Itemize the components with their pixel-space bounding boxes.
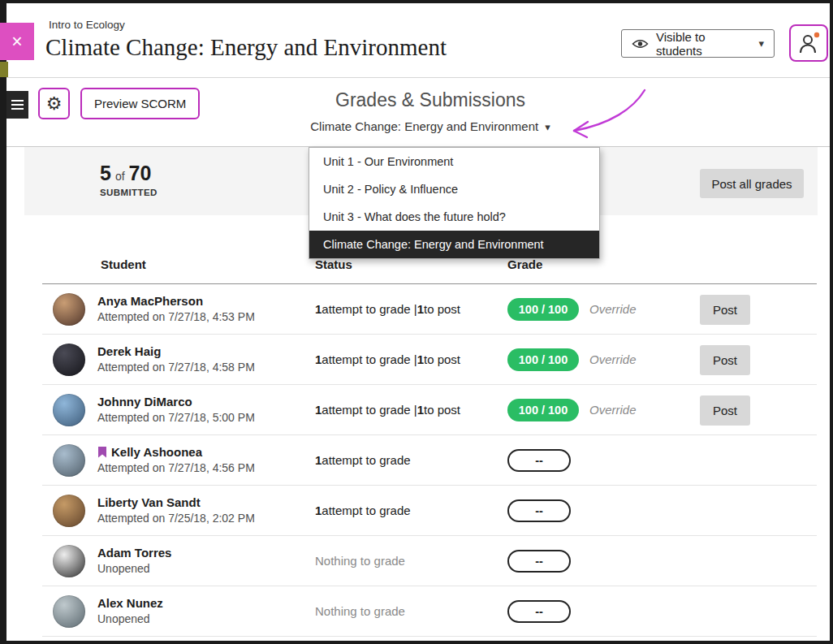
gear-icon: ⚙ bbox=[46, 95, 63, 113]
student-name-text: Anya MacPherson bbox=[97, 294, 203, 308]
dropdown-item[interactable]: Unit 3 - What does the future hold? bbox=[309, 203, 599, 231]
table-row[interactable]: Kelly Ashoonea Attempted on 7/27/18, 4:5… bbox=[42, 435, 817, 486]
eye-icon bbox=[632, 38, 649, 50]
submitted-label: SUBMITTED bbox=[100, 188, 158, 197]
flag-icon bbox=[97, 447, 107, 458]
grade-pill[interactable]: -- bbox=[507, 499, 571, 522]
post-button[interactable]: Post bbox=[700, 345, 750, 375]
student-rows: Anya MacPherson Attempted on 7/27/18, 4:… bbox=[42, 284, 817, 637]
student-avatar bbox=[53, 344, 85, 376]
dropdown-item[interactable]: Climate Change: Energy and Environment bbox=[309, 231, 599, 258]
grade-pill[interactable]: 100 / 100 bbox=[507, 399, 579, 421]
student-name: Anya MacPherson bbox=[97, 294, 255, 308]
override-label: Override bbox=[589, 284, 637, 334]
student-info: Anya MacPherson Attempted on 7/27/18, 4:… bbox=[97, 294, 255, 323]
total-count: 70 bbox=[129, 162, 152, 185]
hamburger-menu-icon[interactable] bbox=[6, 91, 28, 119]
student-info: Johnny DiMarco Attempted on 7/27/18, 5:0… bbox=[97, 395, 255, 424]
grading-status: 1 attempt to grade bbox=[315, 486, 411, 535]
student-avatar bbox=[53, 444, 85, 477]
table-row[interactable]: Alex Nunez Unopened Nothing to grade -- bbox=[42, 586, 817, 637]
attempt-timestamp: Unopened bbox=[97, 562, 171, 575]
attempt-timestamp: Attempted on 7/27/18, 5:00 PM bbox=[97, 411, 255, 424]
grading-status: Nothing to grade bbox=[315, 586, 405, 636]
student-info: Liberty Van Sandt Attempted on 7/25/18, … bbox=[97, 495, 255, 525]
dropdown-item[interactable]: Unit 1 - Our Environment bbox=[309, 148, 599, 175]
student-avatar bbox=[53, 394, 85, 426]
student-avatar bbox=[53, 495, 85, 527]
student-preview-button[interactable] bbox=[789, 24, 828, 62]
table-row[interactable]: Adam Torres Unopened Nothing to grade -- bbox=[42, 536, 817, 586]
table-row[interactable]: Johnny DiMarco Attempted on 7/27/18, 5:0… bbox=[42, 385, 817, 435]
student-name: Derek Haig bbox=[97, 344, 255, 358]
grade-pill[interactable]: -- bbox=[507, 600, 571, 623]
grading-status: 1 attempt to grade | 1 to post bbox=[315, 335, 460, 384]
table-row[interactable]: Anya MacPherson Attempted on 7/27/18, 4:… bbox=[42, 284, 817, 335]
grade-pill[interactable]: -- bbox=[507, 449, 571, 472]
column-header-status: Status bbox=[315, 257, 352, 271]
student-name: Liberty Van Sandt bbox=[97, 495, 255, 509]
preview-scorm-button[interactable]: Preview SCORM bbox=[80, 88, 200, 119]
student-avatar bbox=[53, 545, 85, 577]
student-info: Alex Nunez Unopened bbox=[97, 596, 163, 625]
column-header-student: Student bbox=[101, 257, 146, 271]
header-divider bbox=[6, 77, 830, 78]
submitted-count: 5 bbox=[100, 162, 111, 185]
student-name-text: Johnny DiMarco bbox=[97, 395, 192, 408]
override-label: Override bbox=[589, 385, 637, 434]
grading-status: 1 attempt to grade | 1 to post bbox=[315, 385, 460, 434]
table-row[interactable]: Liberty Van Sandt Attempted on 7/25/18, … bbox=[42, 486, 817, 536]
grading-status: 1 attempt to grade | 1 to post bbox=[315, 284, 460, 334]
dropdown-item[interactable]: Unit 2 - Policy & Influence bbox=[309, 175, 599, 203]
attempt-timestamp: Attempted on 7/27/18, 4:56 PM bbox=[97, 461, 255, 474]
student-avatar bbox=[53, 293, 85, 326]
grade-pill[interactable]: -- bbox=[507, 550, 571, 573]
student-name-text: Kelly Ashoonea bbox=[111, 445, 202, 459]
chevron-down-icon: ▾ bbox=[545, 121, 550, 133]
visibility-dropdown-button[interactable]: Visible to students ▾ bbox=[621, 29, 775, 58]
student-name-text: Alex Nunez bbox=[97, 596, 163, 610]
grading-status: Nothing to grade bbox=[315, 536, 405, 586]
submission-stats: 5 of 70 SUBMITTED bbox=[100, 162, 158, 197]
attempt-timestamp: Attempted on 7/27/18, 4:53 PM bbox=[97, 310, 255, 323]
content-picker-label: Climate Change: Energy and Environment bbox=[310, 119, 538, 133]
content-picker-dropdown[interactable]: Climate Change: Energy and Environment▾ bbox=[268, 119, 593, 133]
chevron-down-icon: ▾ bbox=[758, 37, 764, 50]
post-all-grades-button[interactable]: Post all grades bbox=[700, 169, 804, 198]
student-info: Kelly Ashoonea Attempted on 7/27/18, 4:5… bbox=[97, 445, 255, 474]
breadcrumb[interactable]: Intro to Ecology bbox=[49, 19, 125, 31]
settings-button[interactable]: ⚙ bbox=[38, 88, 70, 119]
section-title: Grades & Submissions bbox=[268, 89, 593, 111]
attempt-timestamp: Attempted on 7/27/18, 4:58 PM bbox=[97, 361, 255, 374]
attempt-timestamp: Attempted on 7/25/18, 2:02 PM bbox=[97, 512, 255, 525]
student-name: Adam Torres bbox=[97, 546, 171, 560]
visibility-label: Visible to students bbox=[656, 30, 751, 58]
student-name-text: Derek Haig bbox=[97, 344, 161, 358]
page-edge-accent bbox=[0, 62, 8, 77]
student-name: Alex Nunez bbox=[97, 596, 163, 610]
attempt-timestamp: Unopened bbox=[97, 612, 163, 625]
close-panel-button[interactable]: × bbox=[0, 23, 34, 60]
grade-pill[interactable]: 100 / 100 bbox=[507, 298, 579, 321]
grading-status: 1 attempt to grade bbox=[315, 435, 411, 485]
table-row[interactable]: Derek Haig Attempted on 7/27/18, 4:58 PM… bbox=[42, 335, 817, 385]
override-label: Override bbox=[589, 335, 637, 384]
student-name: Johnny DiMarco bbox=[97, 395, 255, 408]
post-button[interactable]: Post bbox=[700, 295, 750, 325]
student-name-text: Liberty Van Sandt bbox=[97, 495, 201, 509]
student-name: Kelly Ashoonea bbox=[97, 445, 255, 459]
student-avatar bbox=[53, 595, 85, 628]
student-name-text: Adam Torres bbox=[97, 546, 171, 560]
content-dropdown-menu: Unit 1 - Our EnvironmentUnit 2 - Policy … bbox=[309, 147, 600, 259]
student-info: Adam Torres Unopened bbox=[97, 546, 171, 575]
person-notification-icon bbox=[798, 32, 820, 55]
column-header-grade: Grade bbox=[507, 257, 542, 271]
of-label: of bbox=[115, 170, 125, 183]
app-frame: × Intro to Ecology Climate Change: Energ… bbox=[0, 0, 833, 644]
page-title: Climate Change: Energy and Environment bbox=[45, 34, 447, 61]
student-info: Derek Haig Attempted on 7/27/18, 4:58 PM bbox=[97, 344, 255, 374]
post-button[interactable]: Post bbox=[700, 395, 750, 426]
grade-pill[interactable]: 100 / 100 bbox=[507, 348, 579, 371]
